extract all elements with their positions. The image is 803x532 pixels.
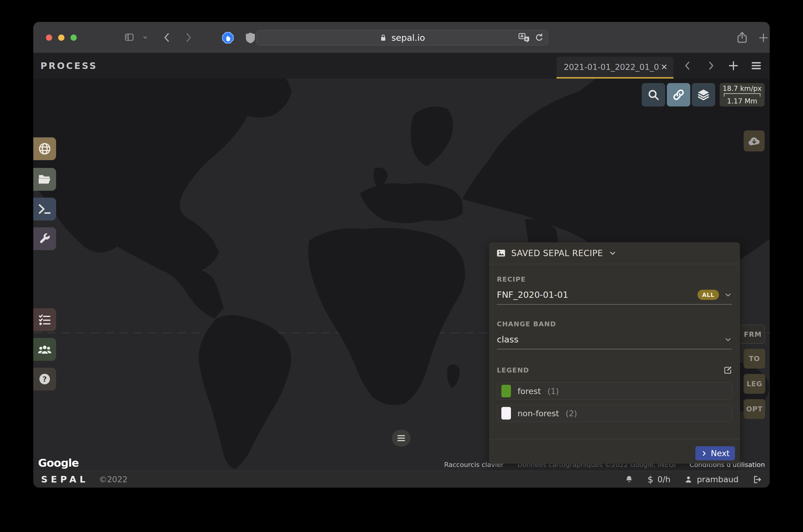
previous-tab-icon[interactable]: [682, 53, 693, 79]
notifications-bell-icon[interactable]: [625, 475, 634, 484]
wrench-icon: [38, 232, 51, 245]
tab-menu-icon[interactable]: [750, 53, 763, 79]
content-blocker-extension-icon[interactable]: [222, 32, 234, 44]
users-icon: [37, 343, 52, 355]
next-tab-icon[interactable]: [705, 53, 717, 79]
sidebar-item-users[interactable]: [33, 338, 56, 361]
band-value: class: [497, 335, 518, 345]
lock-icon: [379, 33, 387, 42]
sidebar-item-apps[interactable]: [33, 227, 56, 250]
folder-open-icon: [38, 173, 52, 186]
browser-window: sepal.io A a: [33, 22, 770, 488]
all-badge[interactable]: ALL: [697, 290, 719, 300]
legend-field-label: LEGEND: [497, 366, 529, 374]
band-select[interactable]: class: [497, 335, 732, 345]
edit-legend-icon[interactable]: [723, 365, 732, 375]
recipe-tab[interactable]: 2021-01-01_2022_01_01: [556, 57, 673, 79]
recipe-underline: [497, 304, 732, 305]
app-header: PROCESS 2021-01-01_2022_01_01: [33, 53, 770, 79]
terminal-icon: [38, 203, 52, 215]
user-icon: [684, 475, 693, 484]
zoom-window-button[interactable]: [71, 35, 77, 41]
new-tab-icon[interactable]: [758, 32, 769, 43]
sidebar-item-files[interactable]: [33, 168, 56, 191]
recipe-select[interactable]: FNF_2020-01-01 ALL: [497, 290, 732, 300]
browser-toolbar: sepal.io A a: [33, 22, 770, 53]
svg-text:A: A: [520, 34, 524, 38]
tab-options-label: OPT: [746, 405, 763, 413]
tab-from-label: FRM: [744, 330, 762, 338]
tab-to-label: TO: [749, 355, 760, 363]
sidebar-item-process[interactable]: [33, 137, 56, 160]
address-bar[interactable]: sepal.io A a: [256, 30, 549, 45]
download-button[interactable]: [744, 130, 765, 151]
shield-extension-icon[interactable]: [244, 32, 256, 44]
band-underline: [497, 349, 732, 349]
tab-to[interactable]: TO: [744, 349, 765, 368]
user-menu[interactable]: prambaud: [684, 475, 739, 484]
share-icon[interactable]: [736, 31, 748, 44]
saved-recipe-panel: SAVED SEPAL RECIPE RECIPE FNF_2020-01-01…: [489, 242, 740, 463]
task-list-icon: [38, 314, 51, 326]
google-logo: Google: [38, 457, 79, 469]
globe-icon: [38, 142, 52, 156]
legend-entry-forest[interactable]: forest (1): [497, 382, 732, 400]
panel-footer-divider: [489, 439, 740, 439]
sepal-logo: SEPAL: [41, 474, 89, 484]
legend-entry-name: non-forest: [518, 409, 559, 418]
question-icon: ?: [38, 373, 51, 386]
recipe-tab-label: 2021-01-01_2022_01_01: [564, 62, 660, 72]
legend-entry-non-forest[interactable]: non-forest (2): [497, 404, 732, 422]
panel-title: SAVED SEPAL RECIPE: [511, 248, 603, 258]
forward-icon[interactable]: [182, 32, 194, 43]
section-title: PROCESS: [40, 53, 97, 79]
panel-header[interactable]: SAVED SEPAL RECIPE: [489, 242, 740, 264]
usage-rate: 0/h: [657, 475, 670, 484]
svg-text:a: a: [525, 37, 528, 41]
add-tab-icon[interactable]: [727, 53, 740, 79]
panel-collapse-icon[interactable]: [608, 249, 617, 257]
map-scale-indicator: 18.7 km/px 1.17 Mm: [720, 83, 765, 107]
sidebar-toggle-icon[interactable]: [123, 32, 135, 42]
copyright: ©2022: [99, 475, 128, 484]
image-icon: [496, 248, 506, 258]
sidebar-item-help[interactable]: ?: [33, 368, 56, 391]
map-layers-button[interactable]: [692, 83, 715, 107]
legend-entry-name: forest: [518, 386, 541, 396]
translate-icon[interactable]: A a: [518, 32, 530, 43]
chevron-down-icon: [724, 335, 732, 344]
tab-from[interactable]: FRM: [741, 325, 765, 344]
usage-indicator[interactable]: $ 0/h: [647, 474, 670, 484]
tab-options[interactable]: OPT: [744, 399, 765, 419]
map-search-button[interactable]: [642, 83, 665, 107]
next-button-label: Next: [711, 449, 730, 458]
dollar-icon: $: [647, 474, 653, 484]
sign-out-icon[interactable]: [752, 475, 762, 484]
forest-swatch: [501, 385, 511, 397]
chevron-down-icon[interactable]: [142, 35, 149, 40]
close-window-button[interactable]: [46, 35, 52, 41]
legend-entry-count: (2): [566, 409, 577, 418]
sidebar-item-tasks[interactable]: [33, 308, 56, 331]
minimize-window-button[interactable]: [58, 35, 64, 41]
svg-text:?: ?: [43, 375, 47, 383]
reload-icon[interactable]: [534, 33, 544, 43]
back-icon[interactable]: [161, 32, 173, 43]
recipe-value: FNF_2020-01-01: [497, 290, 568, 300]
close-tab-icon[interactable]: [660, 63, 668, 71]
non-forest-swatch: [501, 407, 511, 420]
legend-entry-count: (1): [548, 386, 559, 396]
username: prambaud: [697, 475, 739, 484]
tab-legend[interactable]: LEG: [744, 374, 765, 394]
next-button[interactable]: Next: [695, 446, 735, 460]
chevron-down-icon: [724, 290, 732, 299]
sidebar-item-terminal[interactable]: [33, 197, 56, 221]
map-menu-button[interactable]: [392, 430, 410, 446]
app-footer: SEPAL ©2022 $ 0/h: [33, 471, 770, 488]
scale-resolution: 18.7 km/px: [723, 84, 762, 92]
tab-legend-label: LEG: [747, 380, 762, 388]
map-link-button[interactable]: [667, 83, 690, 107]
recipe-field-label: RECIPE: [497, 276, 732, 283]
band-field-label: CHANGE BAND: [497, 320, 732, 328]
screen: sepal.io A a: [0, 0, 803, 532]
